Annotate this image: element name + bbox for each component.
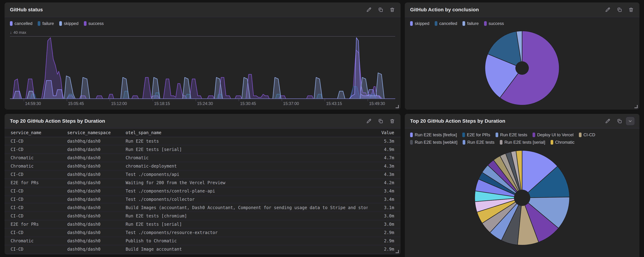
table-row[interactable]: CI-CDdash0hq/dash0Build Images (accounta… <box>4 204 400 212</box>
legend-item[interactable]: cancelled <box>435 21 457 26</box>
duplicate-icon[interactable] <box>378 7 384 13</box>
axis-tick-label: 15:37:00 <box>283 101 299 106</box>
table-row[interactable]: E2E for PRsdash0hq/dash0Run E2E tests [s… <box>4 220 400 229</box>
table-row[interactable]: CI-CDdash0hq/dash0Run E2E tests [serial]… <box>4 145 400 154</box>
legend-label: Run E2E tests [firefox] <box>415 132 457 137</box>
axis-tick-mark <box>239 99 239 101</box>
donut-hole <box>516 61 529 75</box>
delete-icon[interactable] <box>389 7 395 13</box>
legend-label: Deploy UI to Vercel <box>537 132 574 137</box>
panel-header: GitHub Action by conclusion <box>405 2 640 17</box>
legend-swatch <box>59 21 62 26</box>
table-cell: dash0hq/dash0 <box>67 139 126 144</box>
table-cell: dash0hq/dash0 <box>67 172 126 177</box>
duplicate-icon[interactable] <box>616 7 622 13</box>
legend-label: skipped <box>64 21 78 26</box>
table-row[interactable]: CI-CDdash0hq/dash0Test ./components/api4… <box>4 170 400 179</box>
legend-item[interactable]: Deploy UI to Vercel <box>532 132 574 137</box>
table-row[interactable]: Chromaticdash0hq/dash0Publish to Chromat… <box>4 237 400 245</box>
panel-top20-table: Top 20 GitHub Action Steps by Duration s… <box>4 114 400 255</box>
legend-swatch <box>410 133 413 137</box>
legend-expand-button[interactable] <box>626 117 634 125</box>
legend-label: E2E for PRs <box>467 132 490 137</box>
legend-item[interactable]: Chromatic <box>550 140 574 145</box>
table-row[interactable]: Chromaticdash0hq/dash0Chromatic4.7m <box>4 154 400 162</box>
table-cell: Run E2E tests [serial] <box>126 147 368 152</box>
table-cell: Test ./components/collector <box>126 197 368 202</box>
table-cell: Build Image accountant <box>126 247 368 252</box>
legend-label: Run E2E tests [webkit] <box>415 140 457 145</box>
table-cell: CI-CD <box>10 197 67 202</box>
panel-title: GitHub Action by conclusion <box>410 7 479 12</box>
panel-resize-handle[interactable] <box>634 105 638 108</box>
pie-chart-area[interactable] <box>405 145 640 257</box>
table-cell: 4.3m <box>368 172 394 177</box>
legend-label: skipped <box>415 21 430 26</box>
legend-item[interactable]: skipped <box>59 21 78 26</box>
table-cell: Chromatic <box>126 155 368 160</box>
legend-item[interactable]: CI-CD <box>579 132 595 137</box>
time-series-plot[interactable] <box>10 36 395 99</box>
legend-swatch <box>462 21 465 26</box>
legend-item[interactable]: Run E2E tests [serial] <box>500 140 545 145</box>
table-cell: Chromatic <box>10 164 67 169</box>
panel-github-status: GitHub status cancelledfailureskippedsuc… <box>4 2 400 110</box>
pie-chart-canvas[interactable] <box>410 145 634 257</box>
axis-tick-label: 15:24:30 <box>197 101 213 106</box>
edit-icon[interactable] <box>366 7 372 13</box>
table-cell: Run E2E tests [serial] <box>126 222 368 227</box>
legend-item[interactable]: success <box>84 21 104 26</box>
legend-item[interactable]: Run E2E tests <box>463 140 494 145</box>
table-header-row: service_nameservice_namespaceotel_span_n… <box>4 128 400 137</box>
legend-swatch <box>500 140 502 145</box>
edit-icon[interactable] <box>605 118 611 124</box>
legend-item[interactable]: failure <box>462 21 478 26</box>
table-row[interactable]: CI-CDdash0hq/dash0Test ./components/cont… <box>4 187 400 195</box>
table-cell: dash0hq/dash0 <box>67 239 126 244</box>
legend-item[interactable]: failure <box>38 21 54 26</box>
table-row[interactable]: CI-CDdash0hq/dash0Build Image accountant… <box>4 245 400 254</box>
area-chart-canvas[interactable] <box>10 36 395 99</box>
legend-label: Run E2E tests <box>467 140 494 145</box>
table-cell: 3.1m <box>368 205 394 210</box>
delete-icon[interactable] <box>389 118 395 124</box>
table-row[interactable]: CI-CDdash0hq/dash0Test ./components/coll… <box>4 195 400 204</box>
table-row[interactable]: E2E for PRsdash0hq/dash0Waiting for 200 … <box>4 179 400 187</box>
table-cell: Build Images (accountant, Dash0 Accounta… <box>126 205 368 210</box>
panel-resize-handle[interactable] <box>396 250 399 253</box>
legend-item[interactable]: success <box>484 21 504 26</box>
axis-tick-mark <box>67 99 67 101</box>
column-header[interactable]: service_namespace <box>67 130 126 135</box>
axis-tick-mark <box>110 99 110 101</box>
column-header[interactable]: otel_span_name <box>126 130 368 135</box>
pie-chart-area[interactable] <box>405 26 640 108</box>
legend-item[interactable]: Run E2E tests [firefox] <box>410 132 457 137</box>
edit-icon[interactable] <box>605 7 611 13</box>
legend-item[interactable]: E2E for PRs <box>462 132 490 137</box>
legend-label: failure <box>42 21 54 26</box>
table-row[interactable]: CI-CDdash0hq/dash0Run E2E tests5.3m <box>4 137 400 145</box>
legend-item[interactable]: Run E2E tests <box>496 132 527 137</box>
duplicate-icon[interactable] <box>616 118 622 124</box>
axis-tick-mark <box>368 99 368 101</box>
table-cell: dash0hq/dash0 <box>67 214 126 219</box>
table-cell: CI-CD <box>10 147 67 152</box>
panel-title: GitHub status <box>10 7 43 12</box>
legend-swatch <box>532 133 535 137</box>
edit-icon[interactable] <box>366 118 372 124</box>
table-row[interactable]: Chromaticdash0hq/dash0chromatic-deployme… <box>4 162 400 170</box>
table-cell: 4.7m <box>368 155 394 160</box>
pie-chart-canvas[interactable] <box>410 26 634 108</box>
table-row[interactable]: CI-CDdash0hq/dash0Test ./components/reso… <box>4 229 400 237</box>
table-row[interactable]: CI-CDdash0hq/dash0Run E2E tests [chromiu… <box>4 212 400 220</box>
duplicate-icon[interactable] <box>378 118 384 124</box>
legend-item[interactable]: skipped <box>410 21 430 26</box>
legend-item[interactable]: Run E2E tests [webkit] <box>410 140 457 145</box>
column-header[interactable]: service_name <box>10 130 67 135</box>
table-cell: 4.9m <box>368 147 394 152</box>
table-cell: 3.4m <box>368 197 394 202</box>
panel-resize-handle[interactable] <box>396 105 399 108</box>
delete-icon[interactable] <box>628 7 634 13</box>
column-header[interactable]: Value <box>368 130 394 135</box>
legend-item[interactable]: cancelled <box>10 21 32 26</box>
